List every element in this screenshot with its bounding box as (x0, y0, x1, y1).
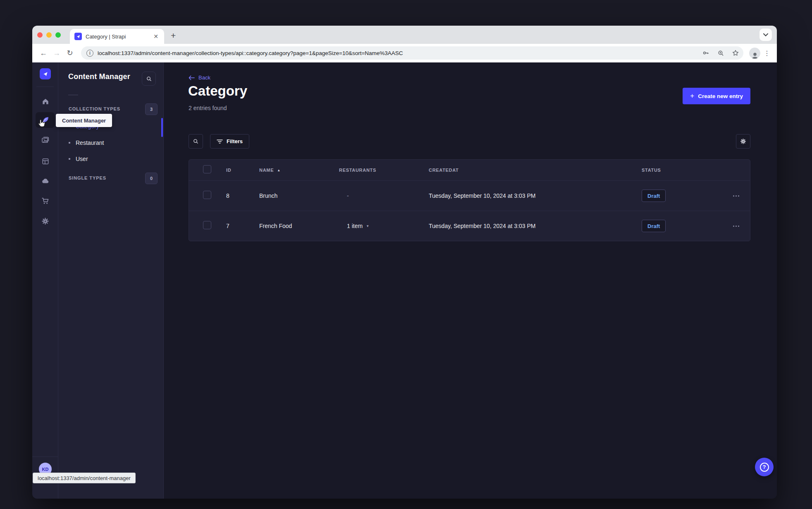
strapi-logo[interactable] (40, 68, 51, 79)
tab-close-icon[interactable]: ✕ (152, 33, 160, 40)
back-nav-button[interactable]: ← (38, 48, 49, 58)
cell-name: Brunch (259, 192, 339, 199)
filter-icon (217, 139, 223, 144)
url-text[interactable]: localhost:1337/admin/content-manager/col… (98, 50, 696, 56)
sidebar-item-home[interactable] (32, 94, 58, 109)
sidebar-item-user[interactable]: User (69, 156, 88, 162)
tab-title: Category | Strapi (86, 34, 148, 40)
home-icon (41, 97, 50, 106)
desktop: Category | Strapi ✕ + ← → ↻ i localhost:… (0, 0, 812, 509)
bookmark-star-icon[interactable] (730, 48, 741, 58)
cell-restaurants: - (339, 192, 429, 199)
browser-menu-kebab-icon[interactable]: ⋮ (763, 49, 771, 57)
gear-icon (740, 138, 747, 145)
cell-restaurants[interactable]: 1 item▼ (339, 223, 429, 229)
layout-icon (41, 157, 50, 166)
page-title: Category (188, 83, 247, 99)
help-button[interactable]: ? (755, 458, 774, 476)
collection-types-count-badge: 3 (145, 103, 158, 115)
table-header-row: ID NAME▲ RESTAURANTS CREATEDAT STATUS (189, 160, 750, 180)
subnav-panel: Content Manager COLLECTION TYPES 3 Categ… (58, 62, 164, 499)
strapi-app: KD Content Manager COLLECTION TYPES 3 Ca… (32, 62, 777, 499)
back-link[interactable]: Back (189, 74, 210, 81)
images-icon (41, 136, 50, 144)
row-actions-button[interactable] (722, 226, 750, 227)
forward-nav-button[interactable]: → (51, 48, 62, 58)
table-row[interactable]: 8 Brunch - Tuesday, September 10, 2024 a… (189, 180, 750, 211)
browser-status-bar: localhost:1337/admin/content-manager (33, 473, 136, 483)
search-icon (193, 138, 199, 144)
minimize-window-button[interactable] (46, 32, 52, 38)
cell-createdat: Tuesday, September 10, 2024 at 3:03 PM (429, 192, 642, 199)
chevron-down-icon: ▼ (366, 224, 369, 228)
passwords-key-icon[interactable] (700, 48, 711, 58)
browser-profile-button[interactable] (749, 48, 760, 59)
url-bar[interactable]: i localhost:1337/admin/content-manager/c… (81, 46, 743, 60)
create-button-label: Create new entry (698, 93, 743, 99)
close-window-button[interactable] (37, 32, 43, 38)
column-header-createdat[interactable]: CREATEDAT (429, 168, 642, 173)
cell-id: 8 (226, 192, 259, 199)
bullet-icon (69, 142, 70, 144)
sidebar-item-label: User (76, 156, 88, 162)
table-row[interactable]: 7 French Food 1 item▼ Tuesday, September… (189, 211, 750, 241)
maximize-window-button[interactable] (55, 32, 61, 38)
subnav-title: Content Manager (68, 72, 130, 81)
filters-button[interactable]: Filters (210, 134, 249, 149)
sort-asc-icon: ▲ (277, 168, 281, 172)
zoom-page-icon[interactable] (715, 48, 726, 58)
strapi-favicon-icon (74, 33, 82, 40)
sidebar-item-marketplace[interactable] (32, 193, 58, 208)
sidebar-item-settings[interactable] (32, 214, 58, 228)
browser-tab[interactable]: Category | Strapi ✕ (70, 29, 164, 44)
entries-table: ID NAME▲ RESTAURANTS CREATEDAT STATUS 8 … (189, 159, 750, 241)
subnav-divider (68, 95, 78, 95)
rail-divider (36, 86, 54, 87)
section-collection-types-label: COLLECTION TYPES (69, 106, 120, 111)
sidebar-item-label: Restaurant (76, 139, 104, 146)
traffic-lights (37, 26, 61, 44)
column-header-status[interactable]: STATUS (642, 168, 722, 173)
rail-bottom-divider (32, 456, 58, 457)
cell-name: French Food (259, 223, 339, 229)
entries-count: 2 entries found (189, 105, 227, 111)
active-item-indicator (161, 118, 163, 137)
search-icon (146, 76, 152, 82)
ellipsis-icon (733, 226, 734, 227)
sidebar-item-media-library[interactable] (32, 132, 58, 147)
cell-createdat: Tuesday, September 10, 2024 at 3:03 PM (429, 223, 642, 229)
sidebar-item-deploy[interactable] (32, 173, 58, 188)
select-all-checkbox[interactable] (203, 165, 211, 173)
gear-icon (41, 217, 50, 226)
content-manager-tooltip: Content Manager (56, 114, 112, 127)
tab-search-button[interactable] (759, 29, 772, 41)
main-area: Back Category 2 entries found + Create n… (164, 62, 777, 499)
cart-icon (41, 197, 50, 205)
column-header-restaurants[interactable]: RESTAURANTS (339, 168, 429, 173)
column-header-name[interactable]: NAME▲ (259, 168, 339, 173)
chevron-down-icon (763, 33, 768, 36)
bullet-icon (69, 158, 70, 160)
new-tab-button[interactable]: + (171, 31, 176, 41)
sidebar-item-content-type-builder[interactable] (32, 154, 58, 169)
hand-cursor-icon (37, 118, 47, 130)
back-label: Back (198, 74, 210, 81)
browser-window: Category | Strapi ✕ + ← → ↻ i localhost:… (32, 26, 777, 499)
reload-button[interactable]: ↻ (64, 48, 75, 58)
table-search-button[interactable] (189, 134, 203, 149)
view-settings-button[interactable] (736, 134, 750, 149)
tab-strip: Category | Strapi ✕ + (32, 26, 777, 44)
column-header-id[interactable]: ID (226, 168, 259, 173)
single-types-count-badge: 0 (145, 173, 158, 184)
plus-icon: + (690, 92, 694, 100)
row-checkbox[interactable] (203, 221, 211, 229)
site-info-icon[interactable]: i (86, 50, 93, 57)
filters-label: Filters (227, 138, 243, 144)
row-actions-button[interactable] (722, 195, 750, 197)
browser-toolbar: ← → ↻ i localhost:1337/admin/content-man… (32, 44, 777, 62)
cloud-icon (41, 176, 50, 185)
sidebar-item-restaurant[interactable]: Restaurant (69, 139, 104, 146)
create-new-entry-button[interactable]: + Create new entry (683, 88, 750, 104)
subnav-search-button[interactable] (142, 72, 156, 86)
row-checkbox[interactable] (203, 191, 211, 199)
